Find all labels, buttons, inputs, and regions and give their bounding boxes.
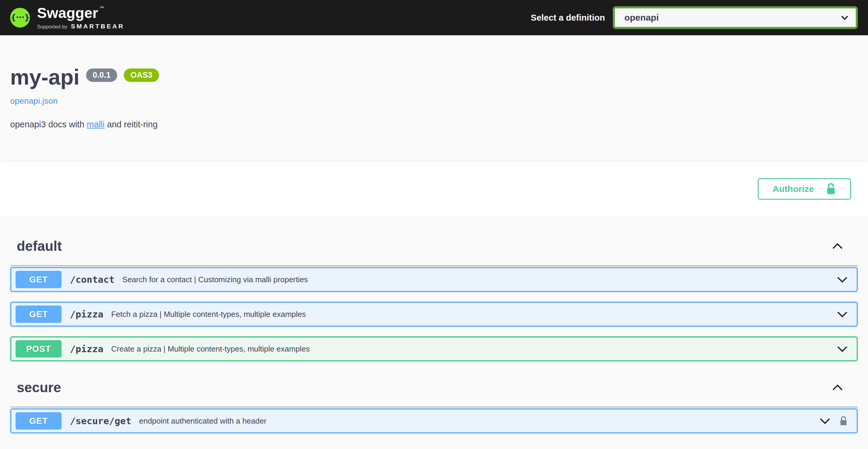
chevron-up-icon[interactable]	[832, 243, 843, 249]
operation-summary: Create a pizza | Multiple content-types,…	[111, 345, 310, 354]
api-title-row: my-api 0.0.1 OAS3	[10, 65, 858, 89]
authorize-button[interactable]: Authorize	[758, 178, 851, 200]
operation-row-get-contact[interactable]: GET /contact Search for a contact | Cust…	[10, 267, 858, 292]
tag-title: default	[17, 238, 62, 255]
definition-select[interactable]: openapi	[613, 6, 858, 29]
auth-unlock-icon[interactable]	[839, 415, 848, 426]
operation-row-get-pizza[interactable]: GET /pizza Fetch a pizza | Multiple cont…	[10, 302, 858, 327]
operation-path: /secure/get	[70, 416, 131, 426]
supported-by-label: Supported by	[37, 24, 67, 30]
scheme-container: Authorize	[0, 162, 868, 216]
supported-by-line: Supported by SMARTBEAR	[37, 23, 124, 30]
tag-section-default: default GET /contact Search for a contac…	[10, 216, 858, 361]
method-badge: GET	[16, 412, 62, 429]
api-description: openapi3 docs with malli and reitit-ring	[10, 120, 858, 129]
oas-badge: OAS3	[124, 68, 159, 82]
logo-text: Swagger™ Supported by SMARTBEAR	[37, 6, 124, 30]
operation-summary: Fetch a pizza | Multiple content-types, …	[111, 310, 306, 319]
chevron-up-icon[interactable]	[832, 384, 843, 391]
description-text: openapi3 docs with	[10, 120, 87, 129]
smartbear-label: SMARTBEAR	[71, 23, 124, 30]
chevron-down-icon[interactable]	[837, 311, 848, 318]
method-badge: GET	[16, 271, 62, 288]
logo-braces: {···}	[10, 12, 30, 22]
chevron-down-icon[interactable]	[819, 418, 830, 424]
operation-path: /pizza	[70, 309, 103, 320]
operation-row-post-pizza[interactable]: POST /pizza Create a pizza | Multiple co…	[10, 336, 858, 361]
tag-section-secure: secure GET /secure/get endpoint authenti…	[10, 371, 858, 433]
chevron-down-icon[interactable]	[837, 346, 848, 352]
trademark-symbol: ™	[99, 5, 104, 10]
malli-link[interactable]: malli	[87, 120, 104, 129]
tag-header-default[interactable]: default	[10, 216, 858, 266]
unlock-icon	[826, 182, 836, 196]
definition-select-value: openapi	[624, 12, 841, 23]
tag-header-secure[interactable]: secure	[10, 371, 858, 408]
operation-path: /pizza	[70, 343, 103, 354]
info-section: my-api 0.0.1 OAS3 openapi.json openapi3 …	[0, 35, 868, 162]
operation-summary: Search for a contact | Customizing via m…	[122, 275, 308, 284]
operations-area: default GET /contact Search for a contac…	[0, 216, 868, 433]
select-definition-label: Select a definition	[531, 13, 605, 23]
chevron-down-icon[interactable]	[837, 276, 848, 283]
description-text-suffix: and reitit-ring	[104, 120, 157, 129]
chevron-down-icon	[841, 15, 848, 20]
page-title: my-api	[10, 65, 80, 89]
method-badge: POST	[16, 340, 62, 358]
operation-row-get-secure-get[interactable]: GET /secure/get endpoint authenticated w…	[10, 408, 858, 433]
tag-title: secure	[17, 379, 61, 396]
topbar: {···} Swagger™ Supported by SMARTBEAR Se…	[0, 0, 868, 35]
brand-name: Swagger™	[37, 6, 124, 20]
operation-path: /contact	[70, 274, 115, 285]
swagger-logo-icon: {···}	[10, 8, 30, 28]
swagger-logo-link[interactable]: {···} Swagger™ Supported by SMARTBEAR	[10, 6, 124, 30]
method-badge: GET	[16, 305, 62, 323]
version-badge: 0.0.1	[86, 68, 117, 82]
spec-url-link[interactable]: openapi.json	[10, 96, 58, 106]
operation-summary: endpoint authenticated with a header	[139, 416, 266, 426]
authorize-label: Authorize	[773, 184, 814, 194]
